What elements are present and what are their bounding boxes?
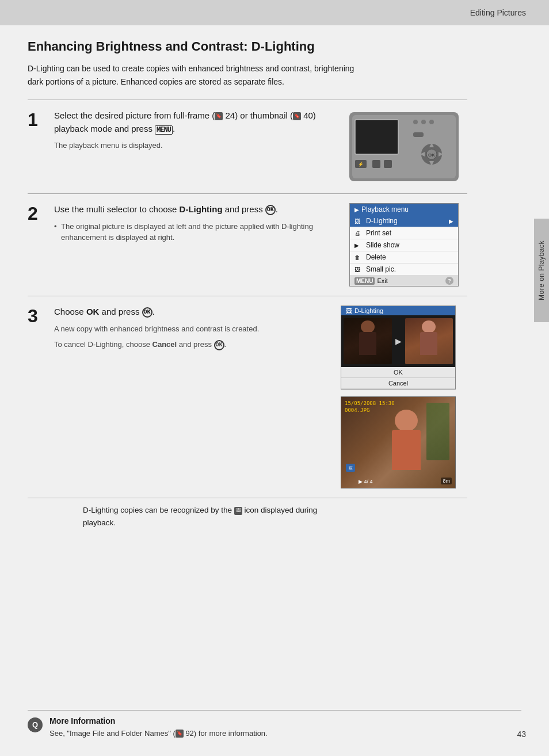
ok-circle-2: OK [265, 205, 276, 215]
dl-arrow: ▶ [393, 337, 404, 346]
dl-header: 🖼 D-Lighting [341, 306, 455, 315]
pm-footer: MENU Exit ? [350, 276, 458, 286]
footer-book-icon: 🔖 [176, 730, 184, 738]
pm-dlighting-arrow: ▶ [449, 218, 453, 224]
book-icon-2: 🔖 [293, 112, 301, 120]
pm-help-icon: ? [445, 277, 453, 285]
step-3-row: 3 Choose OK and press OK. A new copy wit… [28, 296, 467, 498]
person-head-left [361, 320, 375, 333]
page-title: Enhancing Brightness and Contrast: D-Lig… [28, 39, 467, 54]
footer: Q More Information See, "Image File and … [0, 710, 549, 739]
camera-svg: OK ⚡ [346, 109, 462, 184]
pm-play-icon: ▶ [354, 207, 359, 213]
dl-after-photo [405, 318, 453, 364]
footer-more-info-label: More Information [49, 716, 521, 726]
intro-text: D-Lighting can be used to create copies … [28, 62, 361, 88]
svg-rect-6 [413, 132, 424, 137]
header-bar: Editing Pictures [0, 0, 549, 25]
dl-buttons: OK Cancel [341, 367, 455, 389]
step-2-row: 2 Use the multi selector to choose D-Lig… [28, 193, 467, 296]
footer-see-text: See, "Image File and Folder Names" (🔖 92… [49, 728, 521, 739]
step-3-images: 🖼 D-Lighting ▶ [341, 306, 467, 488]
footer-info: Q More Information See, "Image File and … [28, 716, 521, 739]
person-body-left [359, 332, 376, 355]
pm-menu-key: MENU [354, 277, 375, 285]
photo-quality: 8m [441, 478, 452, 484]
step-3-instruction: Choose OK and press OK. [54, 306, 331, 319]
pm-slideshow-icon: ▶ [354, 242, 363, 249]
step-1-row: 1 Select the desired picture from full-f… [28, 100, 467, 193]
pm-printset-label: Print set [366, 229, 391, 237]
ok-circle-4: OK [214, 340, 224, 350]
dlighting-preview: 🖼 D-Lighting ▶ [341, 306, 456, 390]
step-3-note2: To cancel D-Lighting, choose Cancel and … [54, 339, 331, 350]
pm-header-label: Playback menu [361, 205, 409, 213]
person-head-right [422, 320, 436, 333]
svg-rect-17 [384, 160, 392, 168]
step-1-image: OK ⚡ [341, 109, 467, 184]
extra-content: D-Lighting copies can be recognized by t… [28, 498, 467, 534]
extra-text: D-Lighting copies can be recognized by t… [83, 504, 336, 529]
svg-point-5 [429, 120, 434, 124]
dl-ok-btn[interactable]: OK [341, 367, 455, 378]
sidebar-tab[interactable]: More on Playback [534, 219, 549, 322]
pm-smallpic-label: Small pic. [366, 265, 396, 273]
pm-dlighting-icon: 🖼 [354, 218, 363, 224]
pm-delete-icon: 🗑 [354, 254, 363, 261]
dl-header-label: D-Lighting [354, 307, 383, 314]
step-1-content: Select the desired picture from full-fra… [54, 109, 341, 151]
pm-dlighting-label: D-Lighting [366, 217, 398, 225]
photo-tree [426, 403, 449, 460]
dl-copy-icon: 🖼 [234, 507, 242, 515]
step-1-instruction: Select the desired picture from full-fra… [54, 109, 331, 135]
header-title: Editing Pictures [470, 8, 526, 17]
step-3-note1: A new copy with enhanced brightness and … [54, 323, 331, 335]
step-3-number: 3 [28, 307, 48, 325]
step-2-image: ▶ Playback menu 🖼 D-Lighting ▶ 🖨 Print s… [341, 203, 467, 287]
svg-point-4 [421, 120, 426, 124]
footer-text-block: More Information See, "Image File and Fo… [49, 716, 521, 739]
svg-rect-16 [372, 160, 380, 168]
svg-point-3 [413, 120, 418, 124]
pm-item-delete[interactable]: 🗑 Delete [350, 251, 458, 264]
step-1-note: The playback menu is displayed. [54, 140, 331, 151]
menu-key: MENU [155, 125, 173, 135]
pm-item-printset[interactable]: 🖨 Print set [350, 227, 458, 239]
dl-before-photo [344, 318, 392, 364]
steps: 1 Select the desired picture from full-f… [28, 100, 467, 498]
pm-printset-icon: 🖨 [354, 230, 363, 236]
photo-filename: 0004.JPG [345, 407, 369, 413]
pm-item-smallpic[interactable]: 🖼 Small pic. [350, 264, 458, 276]
dl-photos: ▶ [341, 315, 455, 367]
step-1-number: 1 [28, 110, 48, 129]
ok-circle-3: OK [142, 307, 152, 318]
photo-person [386, 410, 426, 479]
main-content: Enhancing Brightness and Contrast: D-Lig… [0, 25, 495, 548]
svg-text:⚡: ⚡ [358, 161, 364, 167]
pm-slideshow-label: Slide show [366, 241, 399, 249]
step-2-instruction: Use the multi selector to choose D-Light… [54, 203, 331, 216]
dl-cancel-btn[interactable]: Cancel [341, 378, 455, 389]
photo-dl-icon: 🖼 [346, 464, 355, 472]
photo-overlay: 15/05/2008 15:30 0004.JPG 🖼 ▶ 4/ 4 8m [341, 396, 456, 488]
dl-icon: 🖼 [346, 307, 352, 314]
footer-divider [28, 710, 521, 711]
pm-item-slideshow[interactable]: ▶ Slide show [350, 239, 458, 251]
svg-rect-2 [355, 120, 398, 154]
person-body-right [420, 332, 437, 355]
photo-nav-icon: ▶ 4/ 4 [359, 479, 373, 484]
pm-delete-label: Delete [366, 253, 386, 261]
playback-menu: ▶ Playback menu 🖼 D-Lighting ▶ 🖨 Print s… [349, 203, 459, 287]
step-2-bullet: The original picture is displayed at lef… [54, 221, 331, 243]
pm-item-dlighting[interactable]: 🖼 D-Lighting ▶ [350, 215, 458, 227]
step-2-number: 2 [28, 204, 48, 223]
footer-info-icon: Q [28, 717, 43, 732]
photo-head [395, 410, 418, 432]
step-3-content: Choose OK and press OK. A new copy with … [54, 306, 341, 350]
step-2-content: Use the multi selector to choose D-Light… [54, 203, 341, 243]
pm-header: ▶ Playback menu [350, 204, 458, 215]
svg-text:OK: OK [428, 152, 435, 158]
photo-body [392, 430, 421, 470]
pm-smallpic-icon: 🖼 [354, 266, 363, 273]
book-icon-1: 🔖 [215, 112, 223, 120]
